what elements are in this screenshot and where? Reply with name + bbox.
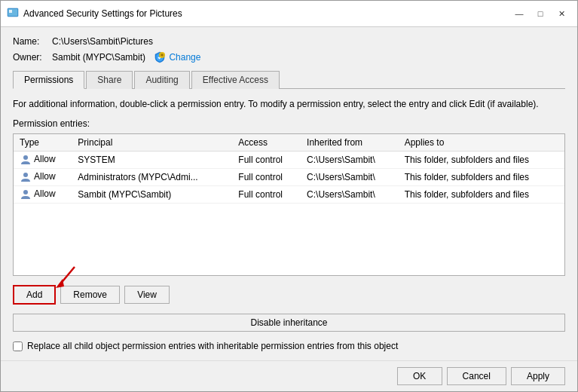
footer: OK Cancel Apply <box>1 360 577 391</box>
cell-access: Full control <box>232 185 301 203</box>
permission-table: Type Principal Access Inherited from App… <box>14 134 564 204</box>
col-access: Access <box>232 134 301 152</box>
name-label: Name: <box>13 36 49 47</box>
cell-inherited: C:\Users\Sambit\ <box>301 151 399 168</box>
cancel-button[interactable]: Cancel <box>447 367 506 385</box>
window-controls: — □ ✕ <box>509 5 571 22</box>
cell-principal: Sambit (MYPC\Sambit) <box>72 185 232 203</box>
owner-row: Owner: Sambit (MYPC\Sambit) Change <box>13 51 565 63</box>
title-bar: Advanced Security Settings for Pictures … <box>1 1 577 27</box>
cell-inherited: C:\Users\Sambit\ <box>301 185 399 203</box>
minimize-button[interactable]: — <box>509 5 529 22</box>
apply-button[interactable]: Apply <box>511 367 565 385</box>
change-link[interactable]: Change <box>169 52 200 63</box>
cell-access: Full control <box>232 168 301 185</box>
replace-permissions-checkbox[interactable] <box>13 341 23 351</box>
add-button[interactable]: Add <box>13 285 56 305</box>
content-area: Name: C:\Users\Sambit\Pictures Owner: Sa… <box>1 27 577 360</box>
table-row[interactable]: AllowSambit (MYPC\Sambit)Full controlC:\… <box>14 185 564 203</box>
table-row[interactable]: AllowAdministrators (MYPC\Admi...Full co… <box>14 168 564 185</box>
cell-type: Allow <box>14 151 72 168</box>
svg-rect-2 <box>9 10 12 13</box>
table-row[interactable]: AllowSYSTEMFull controlC:\Users\Sambit\T… <box>14 151 564 168</box>
arrow-indicator <box>52 264 82 289</box>
tabs-container: Permissions Share Auditing Effective Acc… <box>13 71 565 89</box>
tab-permissions[interactable]: Permissions <box>13 71 84 89</box>
ok-button[interactable]: OK <box>397 367 442 385</box>
cell-principal: SYSTEM <box>72 151 232 168</box>
title-bar-left: Advanced Security Settings for Pictures <box>7 8 182 20</box>
tab-auditing[interactable]: Auditing <box>134 71 189 89</box>
cell-principal: Administrators (MYPC\Admi... <box>72 168 232 185</box>
col-principal: Principal <box>72 134 232 152</box>
tab-effective-access[interactable]: Effective Access <box>191 71 280 89</box>
cell-access: Full control <box>232 151 301 168</box>
window-icon <box>7 8 19 20</box>
disable-inheritance-button[interactable]: Disable inheritance <box>13 314 565 332</box>
svg-marker-8 <box>56 279 64 288</box>
col-applies: Applies to <box>399 134 564 152</box>
owner-value: Sambit (MYPC\Sambit) <box>52 52 145 63</box>
checkbox-label: Replace all child object permission entr… <box>27 341 398 351</box>
action-buttons-row: Add Remove View <box>13 285 565 305</box>
shield-icon <box>154 51 166 63</box>
table-header-row: Type Principal Access Inherited from App… <box>14 134 564 152</box>
col-type: Type <box>14 134 72 152</box>
cell-applies: This folder, subfolders and files <box>399 185 564 203</box>
svg-point-6 <box>23 190 28 194</box>
col-inherited: Inherited from <box>301 134 399 152</box>
svg-point-4 <box>23 155 28 160</box>
close-button[interactable]: ✕ <box>552 5 571 22</box>
cell-type: Allow <box>14 168 72 185</box>
cell-inherited: C:\Users\Sambit\ <box>301 168 399 185</box>
maximize-button[interactable]: □ <box>531 5 550 22</box>
svg-point-5 <box>23 173 28 177</box>
main-window: Advanced Security Settings for Pictures … <box>0 0 578 392</box>
checkbox-row: Replace all child object permission entr… <box>13 341 565 351</box>
permission-table-container: Type Principal Access Inherited from App… <box>13 133 565 276</box>
window-title: Advanced Security Settings for Pictures <box>23 8 182 19</box>
cell-applies: This folder, subfolders and files <box>399 168 564 185</box>
name-value: C:\Users\Sambit\Pictures <box>52 36 153 47</box>
tab-share[interactable]: Share <box>86 71 133 89</box>
name-row: Name: C:\Users\Sambit\Pictures <box>13 36 565 47</box>
owner-label: Owner: <box>13 52 49 63</box>
perm-entries-label: Permission entries: <box>13 118 565 129</box>
cell-type: Allow <box>14 185 72 203</box>
cell-applies: This folder, subfolders and files <box>399 151 564 168</box>
description-text: For additional information, double-click… <box>13 98 565 111</box>
view-button[interactable]: View <box>124 286 170 304</box>
